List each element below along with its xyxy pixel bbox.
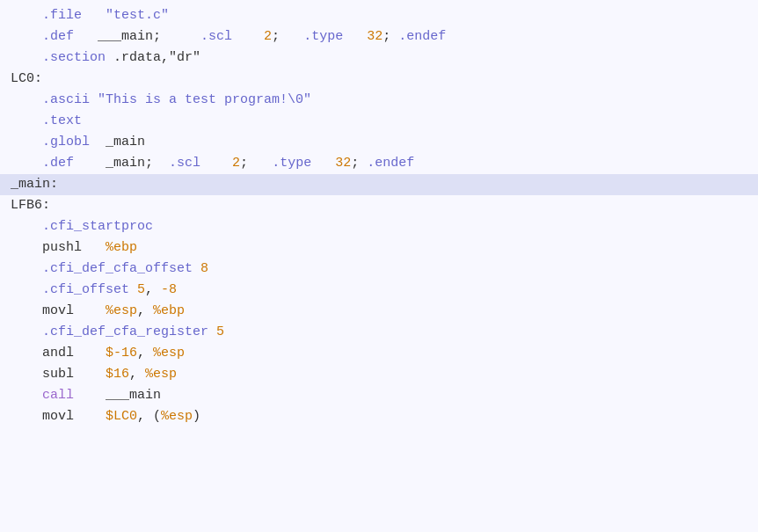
code-token: .cfi_def_cfa_register bbox=[42, 322, 208, 342]
code-line: .text bbox=[0, 111, 758, 132]
code-line: LFB6: bbox=[0, 195, 758, 216]
code-token: ; bbox=[272, 26, 303, 47]
code-token: .globl bbox=[42, 132, 90, 152]
code-token bbox=[193, 259, 200, 279]
code-line: .ascii "This is a test program!\0" bbox=[0, 90, 758, 111]
code-token: pushl bbox=[11, 237, 106, 258]
code-token: .endef bbox=[398, 26, 446, 47]
code-token bbox=[129, 280, 137, 300]
code-token: %ebp bbox=[153, 301, 185, 321]
code-token: ___main bbox=[74, 385, 161, 405]
code-token: .type bbox=[303, 26, 343, 47]
code-token: %ebp bbox=[106, 237, 137, 258]
code-token: "This is a test program!\0" bbox=[98, 90, 311, 110]
code-token bbox=[90, 90, 98, 110]
code-token bbox=[11, 47, 42, 68]
code-line: subl $16, %esp bbox=[0, 364, 758, 385]
code-line: .def ___main; .scl 2; .type 32; .endef bbox=[0, 26, 758, 47]
code-token: , ( bbox=[137, 406, 161, 426]
code-token: _main: bbox=[11, 174, 58, 194]
code-token: $-16 bbox=[106, 343, 137, 363]
code-token: , bbox=[129, 364, 145, 384]
code-token: 32 bbox=[367, 26, 383, 47]
code-token: _main bbox=[90, 132, 145, 152]
code-token: %esp bbox=[153, 343, 185, 363]
code-token: _main; bbox=[74, 153, 169, 173]
code-token: .cfi_offset bbox=[42, 280, 129, 300]
code-token: ; bbox=[351, 153, 367, 173]
code-token: .rdata,"dr" bbox=[106, 47, 200, 68]
code-token bbox=[232, 26, 264, 47]
code-token: LC0: bbox=[11, 69, 42, 89]
code-token: -8 bbox=[161, 280, 177, 300]
code-line: .cfi_offset 5, -8 bbox=[0, 280, 758, 301]
code-line: _main: bbox=[0, 174, 758, 195]
code-container: .file "test.c" .def ___main; .scl 2; .ty… bbox=[0, 0, 758, 532]
code-token: "test.c" bbox=[82, 5, 169, 26]
code-line: LC0: bbox=[0, 69, 758, 90]
code-token: .ascii bbox=[42, 90, 90, 110]
code-token: .endef bbox=[367, 153, 414, 173]
code-token: 2 bbox=[232, 153, 240, 173]
code-token: .scl bbox=[169, 153, 200, 173]
code-line: .def _main; .scl 2; .type 32; .endef bbox=[0, 153, 758, 174]
code-line: movl %esp, %ebp bbox=[0, 301, 758, 322]
code-token bbox=[11, 26, 42, 47]
code-token: 5 bbox=[137, 280, 145, 300]
code-token bbox=[11, 385, 42, 405]
code-token: %esp bbox=[145, 364, 177, 384]
code-token: .def bbox=[42, 26, 74, 47]
code-token bbox=[200, 153, 232, 173]
code-token bbox=[11, 216, 42, 237]
code-token: LFB6: bbox=[11, 195, 50, 215]
code-token: movl bbox=[11, 301, 106, 321]
code-token: 32 bbox=[335, 153, 351, 173]
code-token: .def bbox=[42, 153, 74, 173]
code-token bbox=[11, 153, 42, 173]
code-token bbox=[343, 26, 367, 47]
code-token: ___main; bbox=[74, 26, 200, 47]
code-token: 5 bbox=[216, 322, 224, 342]
code-token bbox=[11, 322, 42, 342]
code-token: .section bbox=[42, 47, 106, 68]
code-line: .section .rdata,"dr" bbox=[0, 47, 758, 69]
code-token: movl bbox=[11, 406, 106, 426]
code-token: 8 bbox=[200, 259, 208, 279]
code-token bbox=[11, 5, 42, 26]
code-token bbox=[11, 280, 42, 300]
code-token bbox=[11, 90, 42, 110]
code-token bbox=[311, 153, 335, 173]
code-token: , bbox=[137, 301, 153, 321]
code-token: .file bbox=[42, 5, 82, 26]
code-token: .cfi_def_cfa_offset bbox=[42, 259, 193, 279]
code-line: .file "test.c" bbox=[0, 5, 758, 26]
code-token: .type bbox=[272, 153, 311, 173]
code-line: .globl _main bbox=[0, 132, 758, 153]
code-token: subl bbox=[11, 364, 106, 384]
code-line: .cfi_startproc bbox=[0, 216, 758, 237]
code-token bbox=[11, 132, 42, 152]
code-token bbox=[11, 111, 42, 131]
code-token bbox=[11, 259, 42, 279]
code-token: ; bbox=[383, 26, 398, 47]
code-token: andl bbox=[11, 343, 106, 363]
code-token: , bbox=[145, 280, 161, 300]
code-token: .cfi_startproc bbox=[42, 216, 153, 237]
code-token: %esp bbox=[106, 301, 137, 321]
code-token: , bbox=[137, 343, 153, 363]
code-token: .text bbox=[42, 111, 82, 131]
code-token: %esp bbox=[161, 406, 193, 426]
code-token: ) bbox=[193, 406, 200, 426]
code-token: 2 bbox=[264, 26, 272, 47]
code-line: .cfi_def_cfa_register 5 bbox=[0, 322, 758, 343]
code-token bbox=[208, 322, 216, 342]
code-token: $16 bbox=[106, 364, 129, 384]
code-token: .scl bbox=[200, 26, 232, 47]
code-line: movl $LC0, (%esp) bbox=[0, 406, 758, 427]
code-line: pushl %ebp bbox=[0, 237, 758, 259]
code-line: .cfi_def_cfa_offset 8 bbox=[0, 259, 758, 280]
code-token: call bbox=[42, 385, 74, 405]
code-line: call ___main bbox=[0, 385, 758, 406]
code-token: $LC0 bbox=[106, 406, 137, 426]
code-line: andl $-16, %esp bbox=[0, 343, 758, 364]
